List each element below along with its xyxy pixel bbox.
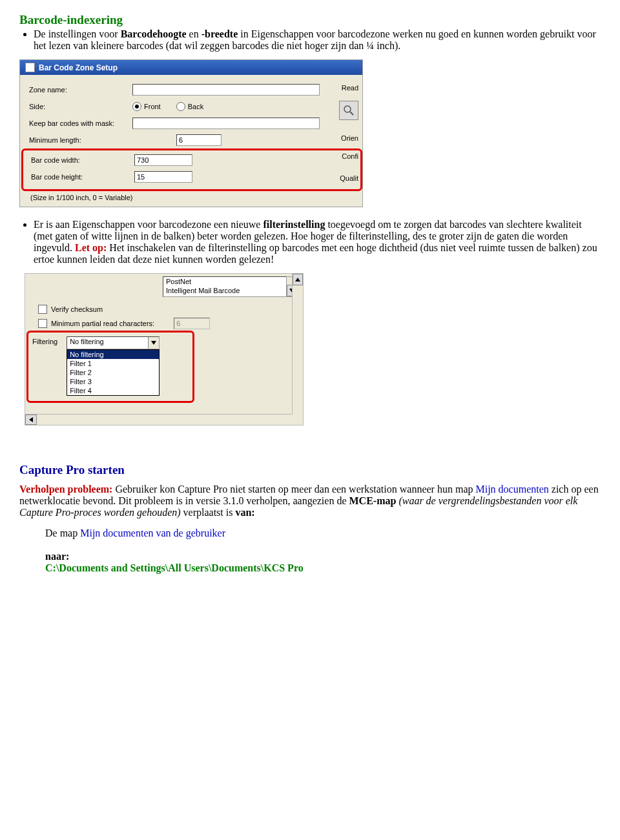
input-min-partial <box>174 318 210 329</box>
radio-back[interactable]: Back <box>176 102 203 111</box>
barcode-type-listbox[interactable]: PostNet Intelligent Mail Barcode <box>163 276 287 297</box>
label-min-length: Minimum length: <box>29 136 132 144</box>
bullet-filterinstelling: Er is aan Eigenschappen voor barcodezone… <box>34 219 601 265</box>
scroll-left-icon[interactable] <box>25 415 37 425</box>
paragraph-verholpen-probleem: Verholpen probleem: Gebruiker kon Captur… <box>19 484 601 518</box>
heading-barcode-indexering: Barcode-indexering <box>19 13 601 27</box>
trunc-read: Read <box>342 84 358 92</box>
svg-line-1 <box>350 112 353 115</box>
radio-back-dot <box>176 102 185 111</box>
label-zone-name: Zone name: <box>29 86 132 94</box>
chevron-down-icon[interactable] <box>148 337 159 349</box>
input-bc-width[interactable] <box>134 154 192 166</box>
option-no-filtering[interactable]: No filtering <box>67 350 159 359</box>
option-filter-2[interactable]: Filter 2 <box>67 368 159 377</box>
titlebar: Bar Code Zone Setup <box>20 60 362 75</box>
browse-icon[interactable] <box>339 101 358 120</box>
svg-marker-4 <box>295 278 300 282</box>
label-keep-mask: Keep bar codes with mask: <box>29 119 132 127</box>
list-item-intelligent-mail[interactable]: Intelligent Mail Barcode <box>163 286 286 295</box>
input-min-length[interactable] <box>176 134 222 146</box>
window-title: Bar Code Zone Setup <box>39 63 118 72</box>
section-barcode-indexering: Barcode-indexering De instellingen voor … <box>19 13 601 52</box>
section-capture-pro-starten: Capture Pro starten Verholpen probleem: … <box>19 463 601 574</box>
input-bc-height[interactable] <box>134 171 192 183</box>
target-path: C:\Documents and Settings\All Users\Docu… <box>45 562 601 574</box>
barcode-zone-setup-window: Bar Code Zone Setup Zone name: Read Side… <box>19 59 363 207</box>
heading-capture-pro-starten: Capture Pro starten <box>19 463 601 477</box>
option-filter-1[interactable]: Filter 1 <box>67 359 159 368</box>
scrollbar-horizontal[interactable] <box>25 414 293 425</box>
label-bc-height: Bar code height: <box>31 173 134 181</box>
input-keep-mask[interactable] <box>132 118 320 129</box>
highlight-box-width-height: Bar code width: Confi Bar code height: <box>21 149 362 191</box>
checkbox-min-partial[interactable] <box>38 319 47 328</box>
svg-point-0 <box>344 106 351 112</box>
scrollbar-vertical[interactable] <box>292 274 303 425</box>
trunc-orien: Orien <box>341 134 358 142</box>
input-zone-name[interactable] <box>132 84 320 96</box>
from-path: De map Mijn documenten van de gebruiker <box>45 528 601 539</box>
bullet-height-width: De instellingen voor Barcodehoogte en -b… <box>34 28 601 52</box>
trunc-confi: Confi <box>342 152 358 160</box>
radio-front-dot <box>132 102 141 111</box>
label-bc-width: Bar code width: <box>31 156 134 164</box>
radio-front[interactable]: Front <box>132 102 161 111</box>
svg-marker-5 <box>29 417 33 422</box>
dropdown-filtering-options[interactable]: No filtering Filter 1 Filter 2 Filter 3 … <box>67 349 160 396</box>
option-filter-3[interactable]: Filter 3 <box>67 377 159 386</box>
highlight-box-filtering: Filtering No filtering No filtering Filt… <box>26 331 194 403</box>
window-icon <box>25 63 35 72</box>
label-filtering: Filtering <box>32 336 57 345</box>
label-side: Side: <box>29 103 132 110</box>
label-verify-checksum: Verify checksum <box>51 305 103 313</box>
to-path: naar: C:\Documents and Settings\All User… <box>45 551 601 574</box>
checkbox-verify-checksum[interactable] <box>38 305 47 314</box>
size-note: (Size in 1/100 inch, 0 = Variable) <box>30 194 361 201</box>
list-item-postnet[interactable]: PostNet <box>163 277 286 286</box>
combo-filtering[interactable]: No filtering <box>67 336 160 349</box>
filtering-options-window: PostNet Intelligent Mail Barcode Verify … <box>25 273 304 425</box>
label-min-partial: Minimum partial read characters: <box>51 320 154 327</box>
svg-marker-3 <box>151 341 156 345</box>
trunc-qualit: Qualit <box>340 174 358 182</box>
option-filter-4[interactable]: Filter 4 <box>67 386 159 395</box>
scroll-up-icon[interactable] <box>293 274 303 285</box>
